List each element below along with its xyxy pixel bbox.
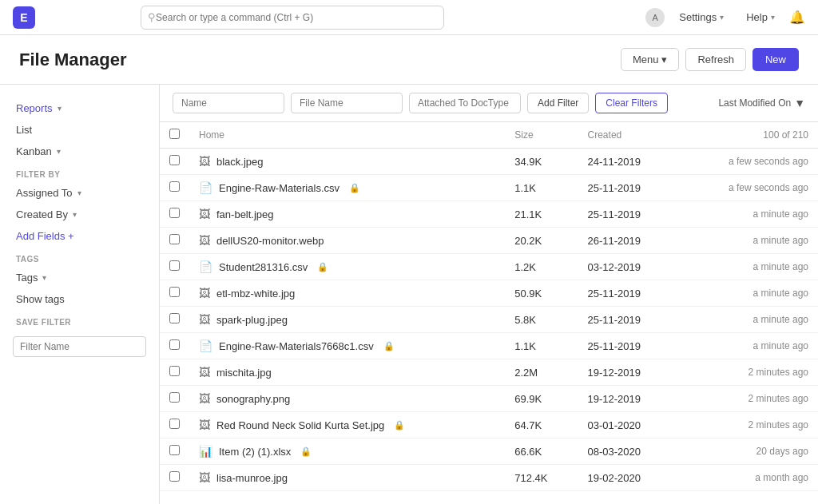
row-checkbox[interactable] xyxy=(169,260,180,271)
app-icon: E xyxy=(13,6,35,29)
name-filter-input[interactable] xyxy=(173,93,284,113)
row-checkbox[interactable] xyxy=(169,419,180,429)
file-type-icon: 🖼 xyxy=(199,287,210,300)
row-checkbox[interactable] xyxy=(169,234,180,244)
file-name-text[interactable]: dellUS20-monitor.webp xyxy=(216,235,324,247)
filter-by-label: FILTER BY xyxy=(0,162,159,182)
file-size-cell: 21.1K xyxy=(505,201,578,228)
settings-button[interactable]: Settings ▾ xyxy=(671,8,732,26)
bell-icon[interactable]: 🔔 xyxy=(789,10,805,25)
sidebar-item-reports[interactable]: Reports ▾ xyxy=(0,97,159,119)
row-checkbox[interactable] xyxy=(169,287,180,297)
refresh-button[interactable]: Refresh xyxy=(685,48,746,71)
table-row: 🖼 Red Round Neck Solid Kurta Set.jpg 🔒 6… xyxy=(160,412,818,439)
row-checkbox[interactable] xyxy=(169,339,180,350)
file-size-cell: 64.7K xyxy=(505,412,578,439)
row-checkbox[interactable] xyxy=(169,366,180,376)
row-checkbox[interactable] xyxy=(169,445,180,455)
row-checkbox-cell[interactable] xyxy=(160,333,189,359)
row-checkbox-cell[interactable] xyxy=(160,412,189,439)
row-checkbox-cell[interactable] xyxy=(160,201,189,228)
file-name-text[interactable]: Item (2) (1).xlsx xyxy=(219,446,291,458)
sidebar-item-assigned-to[interactable]: Assigned To ▾ xyxy=(0,182,159,204)
file-created-cell: 25-11-2019 xyxy=(578,175,680,201)
sidebar-item-created-by[interactable]: Created By ▾ xyxy=(0,204,159,225)
attached-to-doctype-filter-input[interactable] xyxy=(409,93,521,113)
file-size-cell: 66.6K xyxy=(505,439,578,465)
menu-chevron-icon: ▾ xyxy=(661,54,667,65)
file-modified-cell: a minute ago xyxy=(679,280,818,307)
select-all-checkbox[interactable] xyxy=(169,129,180,139)
file-name-text[interactable]: Engine-Raw-Materials.csv xyxy=(219,182,340,194)
file-name-text[interactable]: fan-belt.jpeg xyxy=(216,208,274,220)
sidebar-item-tags[interactable]: Tags ▾ xyxy=(0,267,159,288)
file-created-cell: 24-11-2019 xyxy=(578,149,680,175)
row-checkbox-cell[interactable] xyxy=(160,254,189,280)
file-type-icon: 🖼 xyxy=(199,313,210,326)
table-row: 📊 Item (2) (1).xlsx 🔒 66.6K 08-03-2020 2… xyxy=(160,439,818,465)
row-checkbox-cell[interactable] xyxy=(160,386,189,412)
top-navigation: E ⚲ A Settings ▾ Help ▾ 🔔 xyxy=(0,0,818,35)
row-checkbox-cell[interactable] xyxy=(160,359,189,386)
lock-icon: 🔒 xyxy=(349,183,360,193)
file-name-text[interactable]: Red Round Neck Solid Kurta Set.jpg xyxy=(216,419,384,431)
file-name-text[interactable]: spark-plug.jpeg xyxy=(216,314,288,326)
search-bar[interactable]: ⚲ xyxy=(141,6,444,30)
row-checkbox-cell[interactable] xyxy=(160,465,189,491)
row-checkbox[interactable] xyxy=(169,392,180,403)
sidebar-item-list[interactable]: List xyxy=(0,119,159,141)
filter-name-input[interactable] xyxy=(13,336,146,357)
sidebar-item-show-tags[interactable]: Show tags xyxy=(0,288,159,310)
created-by-chevron-icon: ▾ xyxy=(73,210,77,219)
search-input[interactable] xyxy=(156,12,437,23)
row-checkbox-cell[interactable] xyxy=(160,228,189,254)
file-name-filter-input[interactable] xyxy=(291,93,403,113)
row-checkbox[interactable] xyxy=(169,208,180,218)
file-name-cell: 🖼 Red Round Neck Solid Kurta Set.jpg 🔒 xyxy=(189,412,505,439)
file-name-text[interactable]: black.jpeg xyxy=(216,156,264,168)
sort-direction-button[interactable]: ▼ xyxy=(794,97,805,109)
file-size-cell: 1.2K xyxy=(505,254,578,280)
file-name-text[interactable]: lisa-munroe.jpg xyxy=(216,472,288,484)
sort-controls: Last Modified On ▼ xyxy=(718,97,805,109)
row-checkbox-cell[interactable] xyxy=(160,307,189,333)
file-name-cell: 🖼 spark-plug.jpeg xyxy=(189,307,505,333)
sidebar-item-add-fields[interactable]: Add Fields + xyxy=(0,225,159,247)
row-checkbox-cell[interactable] xyxy=(160,175,189,201)
file-type-icon: 🖼 xyxy=(199,471,210,484)
file-name-text[interactable]: Engine-Raw-Materials7668c1.csv xyxy=(219,340,374,352)
row-checkbox[interactable] xyxy=(169,471,180,482)
row-checkbox-cell[interactable] xyxy=(160,149,189,175)
row-checkbox-cell[interactable] xyxy=(160,439,189,465)
file-modified-cell: 2 minutes ago xyxy=(679,412,818,439)
sidebar-item-kanban[interactable]: Kanban ▾ xyxy=(0,141,159,162)
table-row: 🖼 mischita.jpg 2.2M 19-12-2019 2 minutes… xyxy=(160,359,818,386)
file-created-cell: 25-11-2019 xyxy=(578,280,680,307)
file-size-cell: 5.8K xyxy=(505,307,578,333)
row-checkbox-cell[interactable] xyxy=(160,280,189,307)
new-button[interactable]: New xyxy=(752,48,799,71)
help-button[interactable]: Help ▾ xyxy=(738,8,783,26)
sort-label: Last Modified On xyxy=(718,97,791,109)
sidebar: Reports ▾ List Kanban ▾ FILTER BY Assign… xyxy=(0,85,160,504)
file-name-text[interactable]: Student281316.csv xyxy=(219,261,308,273)
file-size-cell: 1.1K xyxy=(505,175,578,201)
file-name-text[interactable]: etl-mbz-white.jpg xyxy=(216,288,295,300)
row-checkbox[interactable] xyxy=(169,181,180,192)
file-type-icon: 📄 xyxy=(199,260,212,273)
file-size-cell: 20.2K xyxy=(505,228,578,254)
file-name-cell: 🖼 mischita.jpg xyxy=(189,359,505,386)
file-name-text[interactable]: mischita.jpg xyxy=(216,367,272,379)
file-name-text[interactable]: sonography.png xyxy=(216,393,290,405)
clear-filters-button[interactable]: Clear Filters xyxy=(595,93,668,113)
add-filter-button[interactable]: Add Filter xyxy=(527,93,589,113)
row-checkbox[interactable] xyxy=(169,313,180,323)
select-all-header[interactable] xyxy=(160,122,189,149)
table-row: 📄 Engine-Raw-Materials.csv 🔒 1.1K 25-11-… xyxy=(160,175,818,201)
row-checkbox[interactable] xyxy=(169,155,180,165)
file-size-cell: 34.9K xyxy=(505,149,578,175)
reports-chevron-icon: ▾ xyxy=(58,104,62,113)
file-size-cell: 50.9K xyxy=(505,280,578,307)
menu-button[interactable]: Menu ▾ xyxy=(621,48,680,71)
kanban-chevron-icon: ▾ xyxy=(57,147,61,156)
